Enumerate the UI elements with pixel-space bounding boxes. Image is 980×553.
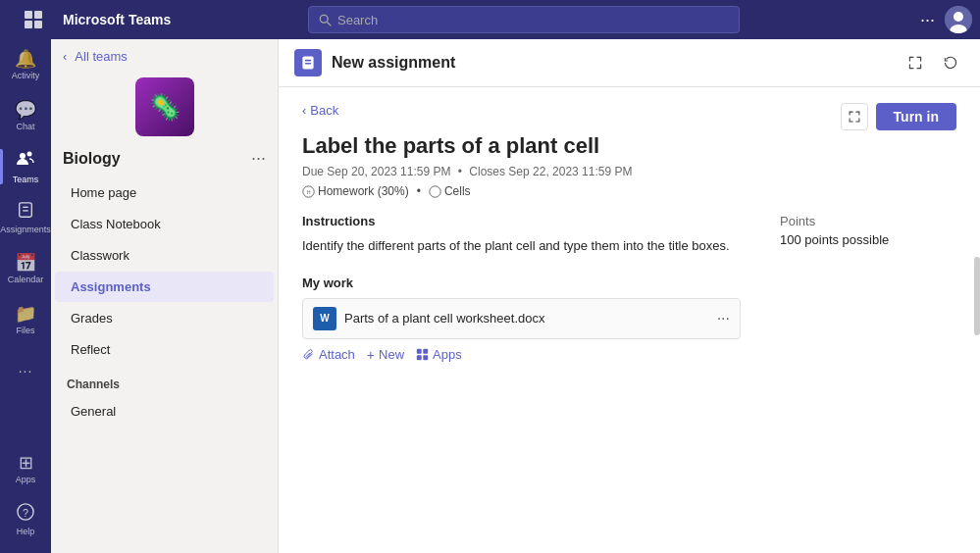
content-header: New assignment bbox=[279, 39, 980, 87]
due-date: Due Sep 20, 2023 11:59 PM bbox=[302, 165, 450, 178]
scrollbar-thumb[interactable] bbox=[974, 257, 980, 335]
sidebar-item-notebook[interactable]: Class Notebook bbox=[55, 209, 274, 239]
svg-rect-25 bbox=[423, 355, 428, 360]
apps-action[interactable]: Apps bbox=[416, 347, 462, 362]
nav-item-activity[interactable]: 🔔 Activity bbox=[0, 39, 51, 90]
svg-point-9 bbox=[20, 153, 26, 159]
svg-rect-18 bbox=[305, 63, 311, 65]
svg-rect-23 bbox=[423, 349, 428, 354]
attach-action[interactable]: Attach bbox=[302, 347, 355, 362]
nav-item-files[interactable]: 📁 Files bbox=[0, 294, 51, 345]
sidebar-item-general[interactable]: General bbox=[55, 396, 274, 427]
content-area: New assignment ‹ Back bbox=[279, 39, 980, 553]
main-layout: 🔔 Activity 💬 Chat Teams Assignments 📅 Ca… bbox=[0, 39, 980, 553]
assignment-left: Instructions Identify the different part… bbox=[302, 214, 741, 363]
assignment-right: Points 100 points possible bbox=[780, 214, 956, 363]
assignment-tags: H Homework (30%) • Cells bbox=[302, 184, 956, 198]
sidebar-item-assignments[interactable]: Assignments bbox=[55, 272, 274, 302]
attach-icon bbox=[302, 348, 315, 361]
svg-point-4 bbox=[320, 15, 328, 23]
content-header-actions bbox=[902, 49, 964, 76]
assignment-body: ‹ Back Turn in Label the parts of a plan… bbox=[279, 87, 980, 378]
svg-point-21 bbox=[430, 185, 440, 196]
close-date: Closes Sep 22, 2023 11:59 PM bbox=[469, 165, 632, 178]
expand-button[interactable] bbox=[902, 49, 929, 76]
assignment-meta: Due Sep 20, 2023 11:59 PM • Closes Sep 2… bbox=[302, 165, 956, 178]
nav-item-more[interactable]: ··· bbox=[0, 345, 51, 396]
sidebar-item-classwork[interactable]: Classwork bbox=[55, 240, 274, 271]
file-name: Parts of a plant cell worksheet.docx bbox=[344, 311, 709, 326]
user-avatar[interactable] bbox=[945, 6, 972, 33]
svg-point-10 bbox=[27, 152, 32, 157]
search-icon bbox=[319, 14, 332, 26]
channels-header: Channels bbox=[51, 366, 278, 395]
nav-item-help[interactable]: ? Help bbox=[0, 494, 51, 545]
more-icon: ··· bbox=[19, 364, 33, 377]
new-label: New bbox=[379, 347, 404, 362]
avatar-image bbox=[945, 6, 972, 33]
assignment-expand-button[interactable] bbox=[841, 103, 868, 130]
team-menu-button[interactable]: ··· bbox=[251, 148, 266, 169]
top-bar-right: ··· bbox=[916, 6, 972, 34]
apps-label: Apps bbox=[433, 347, 462, 362]
calendar-icon: 📅 bbox=[15, 254, 36, 272]
tag-icon bbox=[429, 185, 441, 198]
file-card: W Parts of a plant cell worksheet.docx ·… bbox=[302, 298, 741, 339]
content-header-title: New assignment bbox=[332, 54, 902, 72]
chat-icon: 💬 bbox=[15, 101, 36, 119]
work-actions: Attach + New Apps bbox=[302, 347, 741, 363]
team-name: Biology bbox=[63, 150, 121, 168]
topic-tag: Cells bbox=[429, 184, 471, 198]
team-avatar: 🦠 bbox=[135, 77, 194, 136]
top-bar: Microsoft Teams ··· bbox=[0, 0, 980, 39]
back-chevron-icon: ‹ bbox=[302, 103, 306, 118]
svg-rect-0 bbox=[25, 11, 32, 19]
plus-icon: + bbox=[367, 347, 375, 363]
svg-rect-3 bbox=[34, 21, 42, 28]
more-options-button[interactable]: ··· bbox=[916, 6, 939, 34]
points-label: Points bbox=[780, 214, 956, 228]
svg-rect-22 bbox=[417, 349, 422, 354]
file-type-icon: W bbox=[313, 307, 336, 330]
homework-icon: H bbox=[302, 185, 315, 198]
files-icon: 📁 bbox=[15, 305, 36, 323]
sidebar-item-home[interactable]: Home page bbox=[55, 177, 274, 208]
my-work-section: My work W Parts of a plant cell workshee… bbox=[302, 276, 741, 363]
svg-point-7 bbox=[954, 12, 963, 22]
app-title: Microsoft Teams bbox=[63, 12, 220, 27]
svg-rect-11 bbox=[20, 203, 32, 217]
apps-icon: ⊞ bbox=[19, 454, 33, 472]
tag-separator: • bbox=[417, 184, 421, 198]
nav-item-chat[interactable]: 💬 Chat bbox=[0, 90, 51, 141]
back-to-teams[interactable]: ‹ All teams bbox=[51, 39, 278, 74]
file-menu-button[interactable]: ··· bbox=[717, 310, 730, 327]
team-name-row: Biology ··· bbox=[51, 144, 278, 176]
content-header-icon bbox=[294, 49, 322, 76]
assignments-icon bbox=[17, 201, 34, 222]
nav-item-teams[interactable]: Teams bbox=[0, 141, 51, 192]
new-action[interactable]: + New bbox=[367, 347, 404, 363]
turn-in-button[interactable]: Turn in bbox=[876, 103, 956, 130]
svg-text:?: ? bbox=[23, 507, 28, 519]
search-bar[interactable] bbox=[308, 6, 740, 33]
back-link[interactable]: ‹ Back bbox=[302, 103, 338, 118]
svg-rect-2 bbox=[25, 21, 32, 28]
search-input[interactable] bbox=[337, 13, 729, 27]
nav-item-assignments[interactable]: Assignments bbox=[0, 192, 51, 243]
svg-rect-1 bbox=[34, 11, 42, 19]
grid-icon bbox=[24, 10, 43, 29]
category-label: Homework (30%) bbox=[318, 184, 409, 198]
team-sidebar: ‹ All teams 🦠 Biology ··· Home page Clas… bbox=[51, 39, 279, 553]
points-value: 100 points possible bbox=[780, 232, 956, 247]
instructions-text: Identify the different parts of the plan… bbox=[302, 236, 741, 256]
instructions-label: Instructions bbox=[302, 214, 741, 228]
sidebar-item-grades[interactable]: Grades bbox=[55, 303, 274, 333]
refresh-button[interactable] bbox=[937, 49, 964, 76]
sidebar-item-reflect[interactable]: Reflect bbox=[55, 334, 274, 365]
svg-line-5 bbox=[327, 22, 331, 25]
nav-item-apps[interactable]: ⊞ Apps bbox=[0, 443, 51, 494]
all-teams-link[interactable]: All teams bbox=[75, 49, 127, 64]
category-tag: H Homework (30%) bbox=[302, 184, 409, 198]
two-col-layout: Instructions Identify the different part… bbox=[302, 214, 956, 363]
nav-item-calendar[interactable]: 📅 Calendar bbox=[0, 243, 51, 294]
